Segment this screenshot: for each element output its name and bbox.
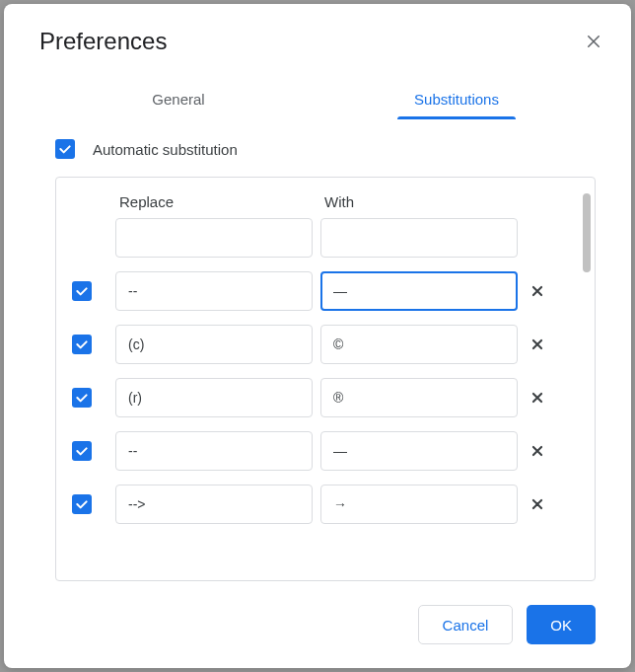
cancel-button[interactable]: Cancel: [418, 605, 514, 644]
with-input[interactable]: [320, 485, 518, 524]
table-row: [72, 271, 579, 311]
substitutions-table: Replace With: [55, 177, 596, 581]
auto-substitution-checkbox[interactable]: [55, 139, 75, 159]
ok-button[interactable]: OK: [527, 605, 596, 644]
checkmark-icon: [74, 390, 90, 406]
auto-substitution-label: Automatic substitution: [93, 141, 238, 158]
dialog-content: Automatic substitution Replace With: [4, 119, 631, 581]
delete-row-button[interactable]: [526, 439, 549, 463]
row-checkbox[interactable]: [72, 335, 92, 354]
replace-input[interactable]: [115, 218, 313, 258]
replace-input[interactable]: [115, 378, 313, 417]
tab-substitutions[interactable]: Substitutions: [318, 79, 596, 119]
close-button[interactable]: [580, 28, 607, 55]
replace-header: Replace: [115, 193, 313, 210]
with-input[interactable]: [320, 271, 518, 311]
table-row: [72, 378, 579, 417]
tab-bar: General Substitutions: [4, 79, 631, 119]
close-icon: [530, 337, 544, 351]
dialog-title: Preferences: [39, 28, 167, 55]
dialog-footer: Cancel OK: [4, 581, 631, 644]
with-input[interactable]: [320, 378, 518, 417]
close-icon: [530, 284, 544, 298]
delete-row-button[interactable]: [526, 333, 549, 356]
table-row: [72, 431, 579, 471]
table-header-row: Replace With: [72, 193, 579, 210]
close-icon: [585, 33, 602, 50]
row-checkbox: [72, 228, 92, 248]
checkmark-icon: [74, 283, 90, 299]
checkmark-icon: [57, 141, 73, 157]
auto-substitution-row: Automatic substitution: [55, 139, 596, 159]
replace-input[interactable]: [115, 325, 313, 364]
table-row: [72, 325, 579, 364]
with-input[interactable]: [320, 431, 518, 471]
checkmark-icon: [74, 443, 90, 459]
delete-row-button[interactable]: [526, 279, 549, 303]
close-icon: [530, 391, 544, 405]
scrollbar-thumb[interactable]: [583, 193, 591, 272]
with-input[interactable]: [320, 218, 518, 258]
checkmark-icon: [74, 496, 90, 512]
row-checkbox[interactable]: [72, 441, 92, 461]
preferences-dialog: Preferences General Substitutions Automa…: [4, 4, 631, 668]
dialog-header: Preferences: [4, 28, 631, 67]
table-row: [72, 218, 579, 258]
tab-general[interactable]: General: [39, 79, 318, 119]
replace-input[interactable]: [115, 431, 313, 471]
row-checkbox[interactable]: [72, 388, 92, 408]
with-input[interactable]: [320, 325, 518, 364]
row-checkbox[interactable]: [72, 281, 92, 301]
row-checkbox[interactable]: [72, 494, 92, 514]
delete-row-button[interactable]: [526, 492, 549, 516]
close-icon: [530, 497, 544, 511]
delete-row-button[interactable]: [526, 386, 549, 410]
table-scroll-area: Replace With: [72, 193, 579, 564]
close-icon: [530, 444, 544, 458]
with-header: With: [320, 193, 518, 210]
table-row: [72, 485, 579, 524]
replace-input[interactable]: [115, 485, 313, 524]
replace-input[interactable]: [115, 271, 313, 311]
checkmark-icon: [74, 336, 90, 352]
